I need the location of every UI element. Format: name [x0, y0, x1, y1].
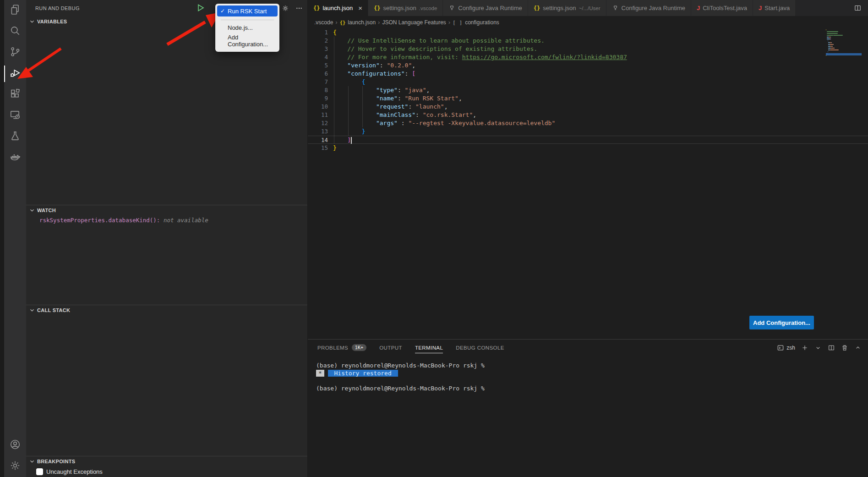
shell-selector[interactable]: zsh [777, 344, 795, 351]
code-line-2[interactable]: 2 // Use IntelliSense to learn about pos… [308, 37, 868, 45]
line-number: 13 [308, 127, 328, 136]
panel-tab-output[interactable]: OUTPUT [379, 340, 402, 356]
breadcrumb-item[interactable]: .vscode [314, 19, 333, 26]
chevron-down-icon [29, 307, 35, 313]
chevron-down-icon[interactable] [814, 344, 822, 351]
window-left-edge [0, 0, 4, 477]
more-actions-icon[interactable] [295, 5, 303, 12]
array-symbol-icon: [ ] [453, 20, 463, 25]
code-line-10[interactable]: 10 "request": "launch", [308, 103, 868, 111]
tab-launch-json[interactable]: {}launch.json× [308, 0, 368, 16]
breakpoint-label: Uncaught Exceptions [46, 468, 103, 475]
code-line-5[interactable]: 5 "version": "0.2.0", [308, 61, 868, 70]
activity-bar-item-search[interactable] [4, 21, 26, 42]
line-content: { [328, 28, 337, 37]
watch-value: not available [164, 217, 208, 224]
terminal-output[interactable]: (base) reynoldmorel@Reynolds-MacBook-Pro… [308, 356, 868, 477]
editor-area: {}launch.json×{}settings.json.vscodeConf… [308, 0, 868, 477]
java-file-icon: J [759, 5, 762, 11]
breadcrumb-item[interactable]: launch.json [348, 19, 376, 26]
activity-bar-item-remote-explorer[interactable] [4, 105, 26, 126]
terminal-line: * History restored [316, 370, 868, 378]
editor-tab-bar: {}launch.json×{}settings.json.vscodeConf… [308, 0, 868, 16]
line-content: ] [328, 136, 352, 143]
split-editor-icon[interactable] [854, 4, 862, 12]
watch-section-header[interactable]: WATCH [26, 205, 307, 215]
call-stack-section-header[interactable]: CALL STACK [26, 305, 307, 315]
panel-tabs: PROBLEMS1K+OUTPUTTERMINALDEBUG CONSOLE [317, 340, 504, 356]
code-line-12[interactable]: 12 "args" : "--regtest -Xkeyvalue.dataso… [308, 119, 868, 127]
tab-detail: .vscode [419, 5, 437, 11]
json-file-icon: {} [534, 5, 540, 11]
tab-settings-json[interactable]: {}settings.json~/.../User [528, 0, 606, 16]
code-line-4[interactable]: 4 // For more information, visit: https:… [308, 53, 868, 61]
code-line-6[interactable]: 6 "configurations": [ [308, 70, 868, 78]
text-cursor [351, 137, 352, 144]
code-editor[interactable]: 1{2 // Use IntelliSense to learn about p… [308, 28, 868, 339]
watch-section-label: WATCH [37, 208, 56, 213]
code-line-9[interactable]: 9 "name": "Run RSK Start", [308, 94, 868, 103]
panel-tab-terminal[interactable]: TERMINAL [415, 340, 443, 356]
uncaught-exceptions-checkbox[interactable] [36, 468, 43, 475]
code-line-11[interactable]: 11 "mainClass": "co.rsk.Start", [308, 111, 868, 119]
panel-tab-debug-console[interactable]: DEBUG CONSOLE [456, 340, 504, 356]
line-number: 2 [308, 37, 328, 45]
source-control-icon [9, 46, 21, 60]
watch-expression-row[interactable]: rskSystemProperties.databaseKind(): not … [26, 215, 307, 224]
new-terminal-icon[interactable] [801, 344, 808, 351]
menu-item-add-configuration[interactable]: Add Configuration... [215, 33, 279, 49]
activity-bar-item-explorer[interactable] [4, 0, 26, 21]
code-line-13[interactable]: 13 } [308, 127, 868, 136]
code-line-1[interactable]: 1{ [308, 28, 868, 37]
start-debugging-icon[interactable] [197, 4, 205, 13]
minimap[interactable] [826, 29, 862, 59]
line-number: 10 [308, 103, 328, 111]
maximize-panel-icon[interactable] [854, 344, 862, 351]
tab-configure-java-runtime[interactable]: Configure Java Runtime [606, 0, 691, 16]
minimap-line [826, 51, 862, 53]
activity-bar-item-settings[interactable] [4, 456, 26, 477]
code-line-8[interactable]: 8 "type": "java", [308, 86, 868, 94]
split-terminal-icon[interactable] [828, 344, 835, 351]
breakpoints-section: BREAKPOINTS Uncaught Exceptions [26, 456, 307, 475]
line-content: // For more information, visit: https://… [328, 53, 627, 61]
kill-terminal-icon[interactable] [841, 344, 848, 351]
minimap-line [826, 31, 862, 33]
java-file-icon: J [697, 5, 700, 11]
breadcrumb-item[interactable]: configurations [465, 19, 499, 26]
minimap-line [826, 38, 862, 40]
breadcrumb-item[interactable]: JSON Language Features [382, 19, 446, 26]
search-icon [9, 25, 21, 38]
gear-icon[interactable] [282, 5, 289, 12]
activity-bar-item-accounts[interactable] [4, 435, 26, 456]
tab-configure-java-runtime[interactable]: Configure Java Runtime [443, 0, 528, 16]
minimap-line [826, 40, 862, 42]
tab-start-java[interactable]: JStart.java [753, 0, 796, 16]
menu-item-selected[interactable]: ✓ Run RSK Start [217, 5, 278, 16]
run-and-debug-sidebar: RUN AND DEBUG VARIABLES [26, 0, 308, 477]
code-line-14[interactable]: 14 ] [308, 136, 868, 144]
activity-bar-item-run-and-debug[interactable] [4, 63, 26, 84]
breakpoints-section-label: BREAKPOINTS [37, 459, 75, 464]
code-line-7[interactable]: 7 { [308, 78, 868, 86]
activity-bar-item-source-control[interactable] [4, 42, 26, 63]
close-icon[interactable]: × [358, 5, 362, 11]
variables-section-label: VARIABLES [37, 19, 67, 24]
code-line-15[interactable]: 15} [308, 144, 868, 152]
activity-bar-item-docker[interactable] [4, 148, 26, 169]
checkmark-icon: ✓ [220, 8, 225, 14]
add-configuration-button[interactable]: Add Configuration... [749, 316, 814, 329]
sidebar-title: RUN AND DEBUG [35, 5, 80, 11]
panel-tab-problems[interactable]: PROBLEMS1K+ [317, 340, 366, 356]
shell-label: zsh [786, 345, 795, 351]
menu-item-node-js[interactable]: Node.js... [215, 23, 279, 33]
menu-item-label: Run RSK Start [228, 8, 267, 15]
tab-clitoolstest-java[interactable]: JCliToolsTest.java [691, 0, 753, 16]
activity-bar-item-extensions[interactable] [4, 84, 26, 105]
breakpoints-section-header[interactable]: BREAKPOINTS [26, 456, 307, 466]
tab-settings-json[interactable]: {}settings.json.vscode [368, 0, 443, 16]
activity-bar-item-testing[interactable] [4, 126, 26, 148]
code-line-3[interactable]: 3 // Hover to view descriptions of exist… [308, 45, 868, 53]
menu-separator [221, 20, 274, 20]
indent-guide [348, 86, 349, 136]
